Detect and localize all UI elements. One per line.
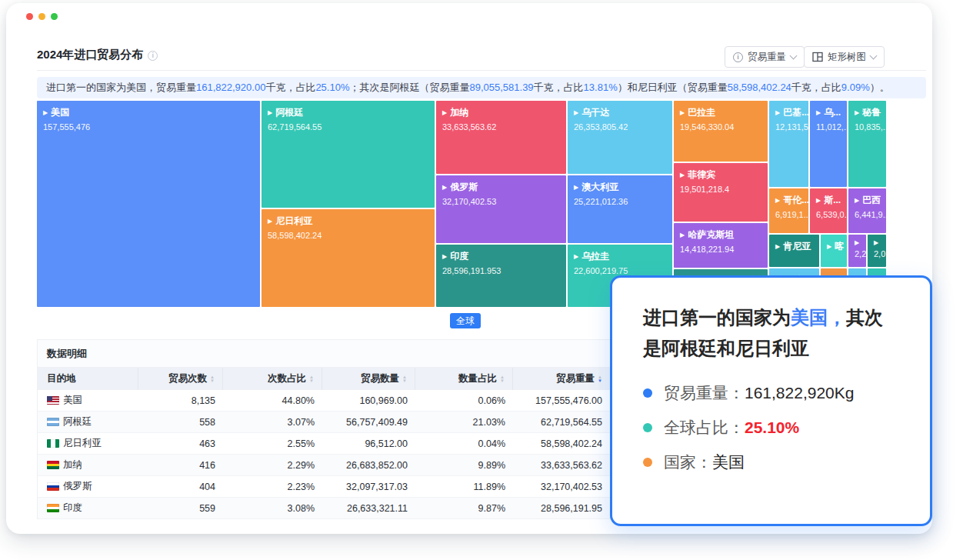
treemap-cell-label: ▶加纳	[442, 106, 560, 119]
table-row: 印度5593.08%26,633,321.119.87%28,596,191.9…	[38, 498, 610, 519]
window-zoom-button[interactable]	[51, 13, 58, 20]
sort-icon[interactable]: ▲▼	[210, 375, 215, 383]
country-name: 加纳	[450, 106, 468, 119]
sort-icon[interactable]: ▲▼	[598, 375, 602, 383]
expand-arrow-icon: ▶	[855, 198, 859, 204]
page-title-text: 2024年进口贸易分布	[37, 48, 143, 61]
treemap-cell-pakistan[interactable]: ▶巴基...12,131,5...	[769, 101, 808, 187]
treemap-cell-label: ▶秘鲁	[855, 106, 880, 119]
treemap-cell-philippines[interactable]: ▶菲律宾19,501,218.4	[674, 163, 768, 222]
treemap-cell-ghana[interactable]: ▶加纳33,633,563.62	[436, 101, 566, 174]
expand-arrow-icon: ▶	[268, 110, 272, 116]
treemap-cell-australia[interactable]: ▶澳大利亚25,221,012.36	[568, 175, 672, 243]
tooltip-metric-row: 全球占比：25.10%	[643, 417, 901, 438]
page-title: 2024年进口贸易分布i	[37, 48, 158, 62]
sort-icon[interactable]: ▲▼	[500, 375, 505, 383]
window-minimize-button[interactable]	[38, 13, 45, 20]
treemap-cell-brazil[interactable]: ▶巴西6,441,9...	[848, 188, 886, 233]
value-cell: 11.89%	[415, 476, 513, 497]
value-cell: 56,757,409.49	[322, 412, 415, 432]
column-header-label: 贸易数量	[361, 372, 399, 385]
header-divider	[37, 70, 926, 71]
expand-arrow-icon: ▶	[574, 254, 578, 260]
column-header-label: 数量占比	[458, 372, 497, 385]
sort-icon[interactable]: ▲▼	[402, 375, 407, 383]
data-table-section: 数据明细 目的地贸易次数▲▼次数占比▲▼贸易数量▲▼数量占比▲▼贸易重量▲▼ 美…	[37, 339, 611, 519]
treemap-cell-label: ▶尼日利亚	[268, 215, 428, 228]
treemap-cell-value: 26,353,805.42	[574, 122, 666, 132]
expand-arrow-icon: ▶	[874, 240, 878, 246]
country-name: 乌...	[824, 106, 841, 119]
value-cell: 2.55%	[223, 433, 322, 454]
country-name: 澳大利亚	[581, 181, 618, 194]
summary-segment: 千克，占比	[534, 82, 584, 93]
title-info-icon[interactable]: i	[148, 51, 158, 61]
value-cell: 157,555,476.00	[513, 390, 610, 411]
chart-type-select[interactable]: 矩形树图	[804, 46, 885, 68]
treemap-cell-kenya[interactable]: ▶肯尼亚	[769, 235, 819, 267]
value-cell: 96,512.00	[322, 433, 415, 454]
treemap-cell-label: ▶乌干达	[574, 106, 666, 119]
treemap-cell-label: ▶	[874, 240, 880, 246]
treemap-cell-india[interactable]: ▶印度28,596,191.953	[436, 245, 566, 307]
treemap-cell-colombia[interactable]: ▶哥伦...6,919,1...	[769, 188, 808, 233]
column-header-qty-ratio[interactable]: 数量占比▲▼	[415, 368, 513, 390]
metric-select-label: 贸易重量	[748, 51, 786, 64]
country-name: 斯...	[824, 194, 841, 207]
country-name: 美国	[63, 394, 82, 407]
tooltip-title-segment: 美国，	[791, 307, 846, 328]
expand-arrow-icon: ▶	[855, 110, 859, 116]
sort-icon[interactable]: ▲▼	[309, 375, 314, 383]
value-cell: 32,097,317.03	[322, 476, 415, 497]
bullet-dot-icon	[643, 388, 652, 398]
table-row: 美国8,13544.80%160,969.000.06%157,555,476.…	[38, 390, 610, 412]
tooltip-metric-row: 国家：美国	[643, 452, 901, 473]
column-header-trade-qty[interactable]: 贸易数量▲▼	[322, 368, 415, 390]
column-header-trade-count[interactable]: 贸易次数▲▼	[138, 368, 223, 390]
treemap-cell-si[interactable]: ▶斯...6,539,0...	[810, 188, 847, 233]
treemap-cell-small-2[interactable]: ▶2,0	[868, 235, 886, 267]
expand-arrow-icon: ▶	[816, 110, 821, 116]
treemap-cell-label: ▶乌...	[816, 106, 841, 119]
chevron-down-icon	[870, 52, 878, 59]
expand-arrow-icon: ▶	[43, 110, 48, 116]
country-name: 巴西	[862, 194, 881, 207]
treemap-cell-label: ▶巴基...	[775, 106, 802, 119]
treemap-cell-kazakhstan[interactable]: ▶哈萨克斯坦14,418,221.94	[674, 223, 768, 268]
window-close-button[interactable]	[26, 13, 33, 20]
expand-arrow-icon: ▶	[442, 110, 447, 116]
treemap-cell-wu[interactable]: ▶乌...11,012,...	[810, 101, 847, 187]
treemap-cell-ka[interactable]: ▶喀	[821, 235, 847, 267]
expand-arrow-icon: ▶	[775, 244, 780, 250]
country-name: 阿根廷	[275, 106, 303, 119]
bullet-dot-icon	[643, 458, 652, 467]
expand-arrow-icon: ▶	[775, 110, 780, 116]
chart-type-select-label: 矩形树图	[828, 51, 866, 64]
country-name: 秘鲁	[862, 106, 881, 119]
value-cell: 3.08%	[223, 498, 322, 518]
expand-arrow-icon: ▶	[680, 172, 685, 178]
value-cell: 558	[138, 412, 223, 432]
treemap-cell-value: 10,835,...	[855, 122, 880, 132]
expand-arrow-icon: ▶	[574, 185, 578, 191]
treemap-cell-russia[interactable]: ▶俄罗斯32,170,402.53	[436, 175, 566, 243]
expand-arrow-icon: ▶	[775, 198, 780, 204]
treemap-cell-nigeria[interactable]: ▶尼日利亚58,598,402.24	[262, 209, 435, 307]
treemap-cell-value: 25,221,012.36	[574, 197, 666, 206]
treemap-cell-usa[interactable]: ▶美国157,555,476	[37, 101, 260, 307]
column-header-trade-weight[interactable]: 贸易重量▲▼	[513, 368, 610, 390]
treemap-cell-peru[interactable]: ▶秘鲁10,835,...	[848, 101, 886, 187]
column-header-count-ratio[interactable]: 次数占比▲▼	[223, 368, 322, 390]
table-row: 尼日利亚4632.55%96,512.000.04%58,598,402.24	[38, 433, 610, 455]
flag-icon-ru	[47, 482, 59, 491]
treemap-cell-label: ▶哈萨克斯坦	[680, 228, 761, 242]
treemap-cell-paraguay[interactable]: ▶巴拉圭19,546,330.04	[674, 101, 768, 162]
treemap-cell-uganda[interactable]: ▶乌干达26,353,805.42	[568, 101, 672, 174]
flag-icon-in	[47, 504, 59, 512]
destination-cell: 印度	[38, 498, 138, 518]
treemap-cell-argentina[interactable]: ▶阿根廷62,719,564.55	[262, 101, 435, 208]
treemap-cell-small-1[interactable]: ▶2,2	[848, 235, 866, 267]
country-name: 乌拉圭	[581, 250, 609, 263]
treemap-root-badge[interactable]: 全球	[450, 313, 481, 328]
metric-select[interactable]: i 贸易重量	[725, 46, 805, 68]
